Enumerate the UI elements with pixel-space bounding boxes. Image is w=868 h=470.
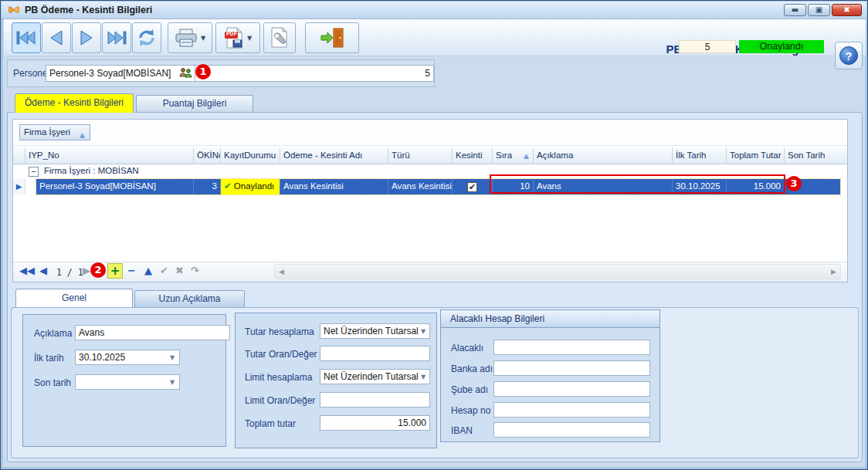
column-header-kesinti[interactable]: Kesinti <box>453 147 493 164</box>
scroll-right-icon[interactable]: ▶ <box>831 268 836 276</box>
pager-next-button[interactable]: ▶ <box>83 265 90 276</box>
cell-turu[interactable]: Avans Kesintisi <box>388 179 453 194</box>
row-indicator-icon: ▶ <box>13 179 25 194</box>
minimize-button[interactable]: ▬ <box>784 4 806 16</box>
annotation-3: 3 <box>786 176 802 191</box>
column-header-toplam-tutar[interactable]: Toplam Tutar <box>727 147 785 164</box>
cell-odeme-kesinti-adi[interactable]: Avans Kesintisi <box>280 179 388 194</box>
alacakli-hesap-header: Alacaklı Hesap Bilgileri <box>441 310 659 328</box>
first-record-button[interactable] <box>12 22 41 53</box>
grid-header-row: IYP_No ÖKİNo KayıtDurumu Ödeme - Kesinti… <box>13 147 847 164</box>
column-header-aciklama[interactable]: Açıklama <box>534 147 673 164</box>
help-button[interactable]: ? <box>835 42 863 69</box>
personel-lookup-icon[interactable] <box>179 67 192 79</box>
next-record-button[interactable] <box>72 22 101 53</box>
wrench-page-icon <box>270 27 290 49</box>
cell-aciklama[interactable]: Avans <box>534 179 673 194</box>
kesinti-checkbox-checked[interactable]: ✔ <box>467 182 477 192</box>
tab-puantaj-bilgileri[interactable]: Puantaj Bilgileri <box>136 95 253 113</box>
column-header-sira[interactable]: Sıra ▲ <box>493 147 534 164</box>
son-tarih-label: Son tarih <box>34 377 71 388</box>
delete-row-button[interactable]: − <box>127 265 136 276</box>
titlebar: PB Ödeme - Kesinti Bilgileri ▬ ▣ ✖ <box>2 2 866 19</box>
collapse-group-icon[interactable]: − <box>29 167 39 177</box>
tab-uzun-aciklama[interactable]: Uzun Açıklama <box>134 290 245 307</box>
last-record-icon <box>107 29 127 47</box>
column-header-okino[interactable]: ÖKİNo <box>194 147 221 164</box>
app-window: PB Ödeme - Kesinti Bilgileri ▬ ▣ ✖ <box>0 0 868 470</box>
print-icon <box>175 28 198 48</box>
exit-button[interactable] <box>305 22 359 53</box>
ilk-tarih-dropdown-icon[interactable]: ▼ <box>170 354 175 361</box>
iban-label: IBAN <box>451 425 473 436</box>
aciklama-input[interactable] <box>75 325 230 340</box>
last-record-button[interactable] <box>102 22 131 53</box>
cell-kesinti[interactable]: ✔ <box>453 179 493 194</box>
undo-button[interactable]: ↷ <box>191 265 199 276</box>
hesap-no-input[interactable] <box>493 402 650 418</box>
confirm-edit-button[interactable]: ✔ <box>160 265 168 276</box>
group-row[interactable]: − Firma İşyeri : MOBİSAN <box>13 164 847 179</box>
tab-genel[interactable]: Genel <box>15 289 133 307</box>
personel-code-input[interactable] <box>195 65 434 82</box>
banka-adi-input[interactable] <box>493 360 650 376</box>
pdf-dropdown-arrow[interactable]: ▼ <box>247 35 252 42</box>
approved-check-icon: ✔ <box>224 181 232 191</box>
print-dropdown-arrow[interactable]: ▼ <box>201 35 205 42</box>
limit-oran-input[interactable] <box>320 392 430 407</box>
first-record-icon <box>16 29 36 47</box>
annotation-1: 1 <box>195 64 211 79</box>
column-header-kayitdurumu[interactable]: KayıtDurumu <box>221 147 280 164</box>
column-header-turu[interactable]: Türü <box>388 147 453 164</box>
add-row-button[interactable]: + <box>107 263 123 279</box>
personel-name-input[interactable] <box>46 65 195 82</box>
scroll-left-icon[interactable]: ◀ <box>279 268 284 276</box>
pager-prev-button[interactable]: ◀ <box>39 265 47 276</box>
table-row[interactable]: ▶ Personel-3 Soyad[MOBİSAN] 3 ✔ Onayland… <box>13 179 847 194</box>
cell-ilk-tarih[interactable]: 30.10.2025 <box>673 179 727 194</box>
print-button[interactable]: ▼ <box>168 22 212 53</box>
group-by-firma-isyeri-button[interactable]: Firma İşyeri ▲ <box>19 124 90 140</box>
hesap-no-label: Hesap no <box>451 405 490 416</box>
son-tarih-dropdown[interactable] <box>75 374 180 390</box>
tutar-oran-label: Tutar Oran/Değer <box>245 349 317 360</box>
tutar-oran-input[interactable] <box>320 346 430 361</box>
odeme-kesinti-grid: Firma İşyeri ▲ IYP_No ÖKİNo KayıtDurumu … <box>12 119 848 282</box>
horizontal-scrollbar[interactable]: ◀ ▶ <box>274 264 841 279</box>
tab-odeme-kesinti-bilgileri[interactable]: Ödeme - Kesinti Bilgileri <box>15 93 134 113</box>
ilk-tarih-dropdown[interactable] <box>75 350 180 365</box>
status-badge: Onaylandı <box>739 40 824 53</box>
sube-adi-input[interactable] <box>493 381 650 397</box>
previous-record-button[interactable] <box>42 22 71 53</box>
column-header-son-tarih[interactable]: Son Tarih <box>785 147 840 164</box>
cell-iyp-no[interactable]: Personel-3 Soyad[MOBİSAN] <box>36 179 194 194</box>
restore-button[interactable]: ▣ <box>808 4 830 16</box>
cell-sira[interactable]: 10 <box>493 179 534 194</box>
son-tarih-dropdown-icon[interactable]: ▼ <box>170 379 175 386</box>
refresh-button[interactable] <box>132 22 161 53</box>
column-header-ilk-tarih[interactable]: İlk Tarih <box>673 147 727 164</box>
limit-hesaplama-select[interactable] <box>320 369 430 384</box>
personel-panel: Personel <box>7 59 435 87</box>
genel-form-box: Açıklama İlk tarih ▼ Son tarih ▼ <box>22 314 226 447</box>
report-settings-button[interactable] <box>263 22 296 53</box>
edit-row-button[interactable]: ▲ <box>144 265 152 276</box>
close-button[interactable]: ✖ <box>832 4 862 16</box>
column-header-iyp-no[interactable]: IYP_No <box>25 147 194 164</box>
alacakli-input[interactable] <box>493 340 650 355</box>
cancel-edit-button[interactable]: ✖ <box>175 265 184 276</box>
alacakli-hesap-box: Alacaklı Hesap Bilgileri Alacaklı Banka … <box>440 309 660 442</box>
pager-first-button[interactable]: ◀◀ <box>19 265 35 276</box>
toplam-tutar-input[interactable] <box>320 415 430 431</box>
cell-okino[interactable]: 3 <box>194 179 221 194</box>
limit-hesaplama-dropdown-icon[interactable]: ▼ <box>421 374 426 380</box>
iban-input[interactable] <box>493 422 650 438</box>
record-number-badge: 5 <box>679 40 736 53</box>
tutar-hesaplama-dropdown-icon[interactable]: ▼ <box>421 328 426 335</box>
cell-kayitdurumu[interactable]: ✔ Onaylandı <box>221 179 280 194</box>
pdf-label: PDF <box>226 31 237 36</box>
cell-toplam-tutar[interactable]: 15.000 <box>727 179 785 194</box>
tutar-hesaplama-select[interactable] <box>320 323 430 339</box>
save-pdf-button[interactable]: PDF ▼ <box>215 22 260 53</box>
column-header-odeme-kesinti-adi[interactable]: Ödeme - Kesinti Adı <box>280 147 388 164</box>
